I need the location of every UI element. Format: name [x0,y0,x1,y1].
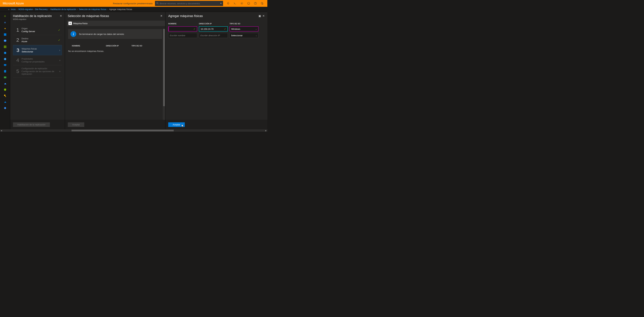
enable-replication-button[interactable]: Habilitación de la replicación [13,122,50,127]
form-col-os: TIPO DE SO [230,23,258,25]
nav-all-services-icon[interactable]: ≣ [2,19,8,25]
chevron-down-icon: ⌵ [256,34,257,36]
col-ip: DIRECCIÓN IP [106,45,132,47]
form-col-ip: DIRECCIÓN IP [199,23,230,25]
breadcrumb-select-machines[interactable]: Selección de máquinas físicas [79,8,106,10]
check-icon: ✓ [224,27,226,30]
ip-input-validated[interactable]: 10.150.24.70 ✓ [199,26,228,31]
form-columns-header: NOMBRE DIRECCIÓN IP TIPO DE SO [168,23,264,25]
blades-container: Habilitación de la replicación W2K8-migr… [10,12,267,129]
scroll-thumb[interactable] [72,130,174,131]
breadcrumb-recovery[interactable]: W2K8-migration - Site Recovery [18,8,48,10]
nav-security-icon[interactable] [2,87,8,93]
horizontal-scrollbar[interactable]: ◀ ▶ [0,129,267,132]
name-input-empty[interactable] [168,33,197,38]
svg-point-23 [4,95,6,96]
top-bar: Microsoft Azure Restaurar configuración … [0,0,267,7]
help-icon[interactable] [252,0,259,7]
step-properties[interactable]: 4 Propiedades Configurar propiedades › [13,55,62,65]
info-banner: i Se terminaron de cargar los datos del … [68,29,162,39]
chevron-right-icon: › [59,49,60,51]
svg-rect-7 [4,46,4,46]
blade3-close-icon[interactable]: ✕ [262,14,264,17]
blade2-close-icon[interactable]: ✕ [160,14,162,17]
svg-rect-21 [4,77,6,78]
step-target[interactable]: 2 Destino Azure ✓ [13,35,62,45]
nav-dashboard-icon[interactable] [2,32,8,37]
form-col-name: NOMBRE [168,23,199,25]
step-source[interactable]: 1 Origen Config-Server ✓ [13,25,62,35]
breadcrumb-home[interactable]: Inicio [11,8,16,10]
chevron-right-icon: › [60,59,60,62]
search-box[interactable]: × [155,1,223,6]
nav-monitor-icon[interactable] [2,105,8,111]
brand-label: Microsoft Azure [3,2,24,5]
nav-all-resources-icon[interactable] [2,44,8,50]
scroll-left-icon[interactable]: ◀ [0,129,3,132]
nav-sql-databases-icon[interactable] [2,68,8,74]
nav-create-icon[interactable]: + [2,13,8,19]
svg-rect-8 [5,46,6,46]
nav-storage-icon[interactable] [2,74,8,80]
breadcrumb-collapse-icon[interactable]: » [8,8,9,10]
svg-rect-13 [4,47,4,48]
breadcrumb-enable-replication[interactable]: Habilitación de la replicación [50,8,76,10]
name-input-validated[interactable]: ✓ [168,26,197,31]
directory-switch-icon[interactable] [259,0,266,7]
info-icon: i [70,31,76,37]
blade-enable-replication: Habilitación de la replicación W2K8-migr… [10,12,65,129]
svg-rect-22 [4,76,6,77]
nav-virtual-machines-icon[interactable] [2,62,8,68]
main-area: + ≣ ★ Habilitación de la replicación W2K… [0,12,267,129]
check-icon: ✓ [58,28,60,32]
chevron-down-icon: ⌵ [256,28,257,30]
ip-input-empty[interactable] [199,33,228,38]
blade1-close-icon[interactable]: ✕ [60,14,62,17]
chevron-right-icon: › [60,70,60,73]
nav-virtual-networks-icon[interactable] [2,81,8,86]
nav-app-services-icon[interactable] [2,56,8,62]
reset-default-link[interactable]: Restaurar configuración predeterminada [113,2,152,5]
breadcrumb: » Inicio › W2K8-migration - Site Recover… [0,7,267,12]
notifications-icon[interactable] [225,0,232,7]
nav-keys-icon[interactable] [2,93,8,99]
blade3-accept-button[interactable]: Aceptar [168,122,185,127]
blade3-maximize-icon[interactable]: ▣ [258,14,261,17]
nav-azure-ad-icon[interactable] [2,99,8,105]
top-icon-bar [225,0,266,7]
vertical-scrollbar[interactable] [163,29,165,120]
os-placeholder: Seleccionar [231,34,243,37]
ip-value: 10.150.24.70 [200,28,214,30]
machines-table-header: NOMBRE DIRECCIÓN IP TIPO DE SO [72,45,162,47]
settings-gear-icon[interactable] [238,0,245,7]
info-message-text: Se terminaron de cargar los datos del se… [79,33,124,35]
name-field[interactable] [170,28,196,30]
left-nav: + ≣ ★ [0,12,10,129]
cloud-shell-icon[interactable] [232,0,238,7]
nav-resource-groups-icon[interactable] [2,38,8,43]
os-select[interactable]: Windows ⌵ [230,26,258,31]
svg-rect-15 [6,47,6,48]
blade-select-machines: Selección de máquinas físicas ✕ + Máquin… [65,12,165,129]
search-input[interactable] [160,2,220,5]
nav-favorites-icon[interactable]: ★ [2,25,8,31]
add-physical-machine-button[interactable]: + Máquina física [67,20,165,26]
scroll-right-icon[interactable]: ▶ [264,129,267,132]
clear-search-icon[interactable]: × [220,2,222,5]
name-field-new[interactable] [170,34,196,37]
os-select-empty[interactable]: Seleccionar ⌵ [230,33,258,38]
add-button-label: Máquina física [73,22,88,25]
svg-point-3 [248,2,250,4]
svg-point-0 [156,2,158,4]
nav-recent-icon[interactable] [2,50,8,56]
svg-line-1 [158,3,158,4]
blade2-accept-button[interactable]: Aceptar [68,122,84,127]
svg-rect-5 [261,2,262,4]
ip-field-new[interactable] [200,34,226,37]
step-physical-machines[interactable]: 3 Máquinas físicas Seleccionar › [13,45,62,55]
svg-rect-11 [5,46,6,47]
feedback-smile-icon[interactable] [245,0,252,7]
step-replication-settings[interactable]: 5 Configuración de replicación Configura… [13,65,62,77]
svg-rect-6 [4,33,6,36]
wizard-steps: 1 Origen Config-Server ✓ 2 Destino Azure… [10,25,65,77]
